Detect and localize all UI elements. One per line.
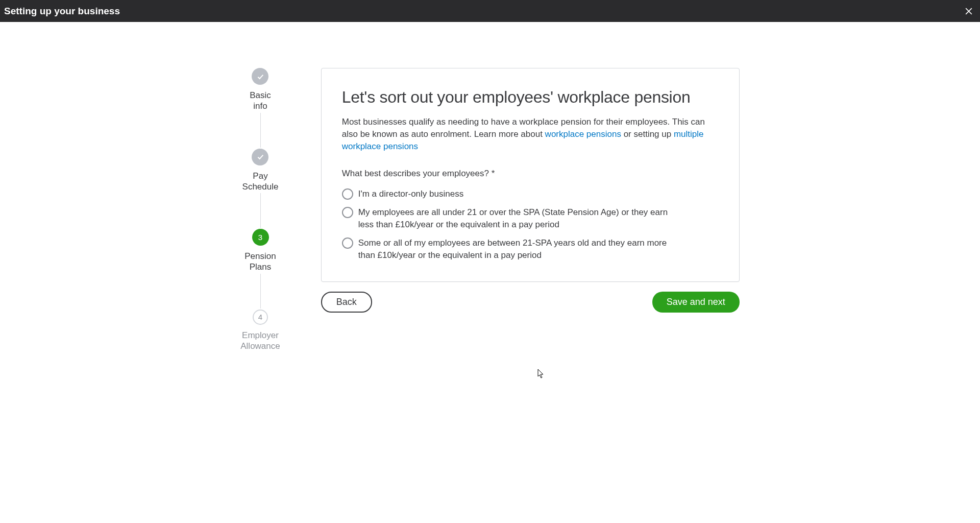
- radio-icon: [342, 237, 353, 249]
- check-icon: [256, 73, 264, 81]
- radio-group: I'm a director-only business My employee…: [342, 188, 719, 261]
- radio-option-under-21-over-spa[interactable]: My employees are all under 21 or over th…: [342, 206, 719, 231]
- step-pension-plans: 3 Pension Plans: [244, 229, 276, 273]
- step-circle-completed: [252, 68, 268, 85]
- step-circle-completed: [252, 149, 268, 165]
- radio-label: My employees are all under 21 or over th…: [358, 206, 675, 231]
- check-icon: [256, 153, 264, 161]
- step-employer-allowance: 4 Employer Allowance: [240, 310, 280, 352]
- radio-option-between-21-spa[interactable]: Some or all of my employees are between …: [342, 237, 719, 262]
- step-label: Pay Schedule: [242, 171, 279, 193]
- modal-title: Setting up your business: [4, 6, 120, 17]
- radio-icon: [342, 188, 353, 200]
- question-label: What best describes your employees? *: [342, 169, 719, 179]
- main-content: Let's sort out your employees' workplace…: [321, 68, 740, 351]
- step-connector: [260, 274, 261, 308]
- step-pay-schedule: Pay Schedule: [242, 149, 279, 193]
- back-button[interactable]: Back: [321, 292, 372, 313]
- modal-header: Setting up your business: [0, 0, 980, 22]
- button-row: Back Save and next: [321, 292, 740, 313]
- pension-card: Let's sort out your employees' workplace…: [321, 68, 740, 282]
- card-description: Most businesses qualify as needing to ha…: [342, 116, 719, 152]
- step-label: Employer Allowance: [240, 330, 280, 352]
- step-basic-info: Basic info: [250, 68, 271, 112]
- radio-label: Some or all of my employees are between …: [358, 237, 675, 262]
- step-connector: [260, 193, 261, 228]
- progress-stepper: Basic info Pay Schedule 3 Pension: [240, 68, 280, 351]
- workplace-pensions-link[interactable]: workplace pensions: [545, 129, 621, 139]
- radio-option-director-only[interactable]: I'm a director-only business: [342, 188, 719, 200]
- step-label: Basic info: [250, 90, 271, 112]
- step-circle-active: 3: [252, 229, 269, 246]
- cursor-icon: [536, 369, 545, 380]
- close-icon: [964, 6, 974, 16]
- step-label: Pension Plans: [244, 251, 276, 273]
- save-next-button[interactable]: Save and next: [652, 292, 740, 313]
- radio-label: I'm a director-only business: [358, 188, 463, 200]
- step-connector: [260, 113, 261, 148]
- card-title: Let's sort out your employees' workplace…: [342, 88, 719, 107]
- content-area: Basic info Pay Schedule 3 Pension: [0, 22, 980, 351]
- radio-icon: [342, 207, 353, 218]
- close-button[interactable]: [962, 4, 976, 18]
- step-circle-incomplete: 4: [253, 310, 268, 325]
